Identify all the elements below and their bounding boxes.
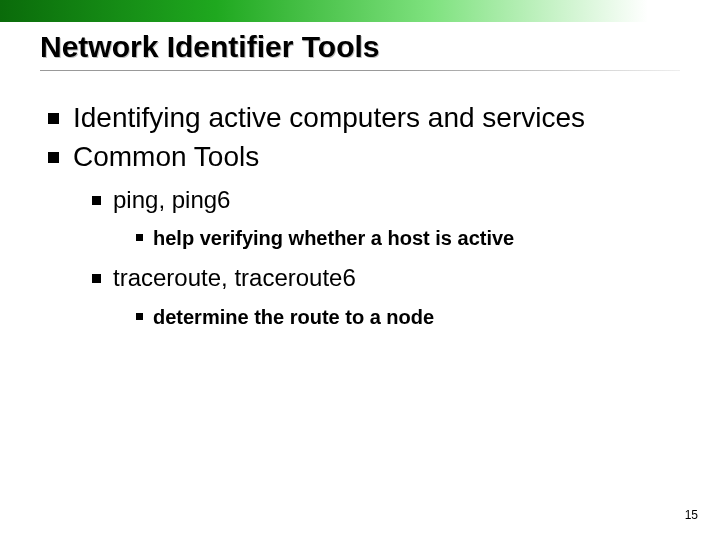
title-underline xyxy=(40,70,680,71)
bullet-text: Identifying active computers and service… xyxy=(73,100,585,135)
content-area: Identifying active computers and service… xyxy=(48,100,680,337)
bullet-text: ping, ping6 xyxy=(113,184,230,216)
square-bullet-icon xyxy=(92,196,101,205)
bullet-text: Common Tools xyxy=(73,139,259,174)
square-bullet-icon xyxy=(48,152,59,163)
bullet-text: help verifying whether a host is active xyxy=(153,224,514,252)
bullet-level1: Common Tools xyxy=(48,139,680,174)
bullet-level2: traceroute, traceroute6 xyxy=(92,262,680,294)
square-bullet-icon xyxy=(92,274,101,283)
page-number: 15 xyxy=(685,508,698,522)
bullet-text: traceroute, traceroute6 xyxy=(113,262,356,294)
square-bullet-icon xyxy=(136,234,143,241)
square-bullet-icon xyxy=(48,113,59,124)
bullet-level1: Identifying active computers and service… xyxy=(48,100,680,135)
square-bullet-icon xyxy=(136,313,143,320)
bullet-level3: determine the route to a node xyxy=(136,303,680,331)
bullet-level2: ping, ping6 xyxy=(92,184,680,216)
bullet-level3: help verifying whether a host is active xyxy=(136,224,680,252)
page-title: Network Identifier Tools xyxy=(40,30,680,64)
bullet-text: determine the route to a node xyxy=(153,303,434,331)
accent-bar xyxy=(0,0,720,22)
title-row: Network Identifier Tools xyxy=(40,30,680,71)
